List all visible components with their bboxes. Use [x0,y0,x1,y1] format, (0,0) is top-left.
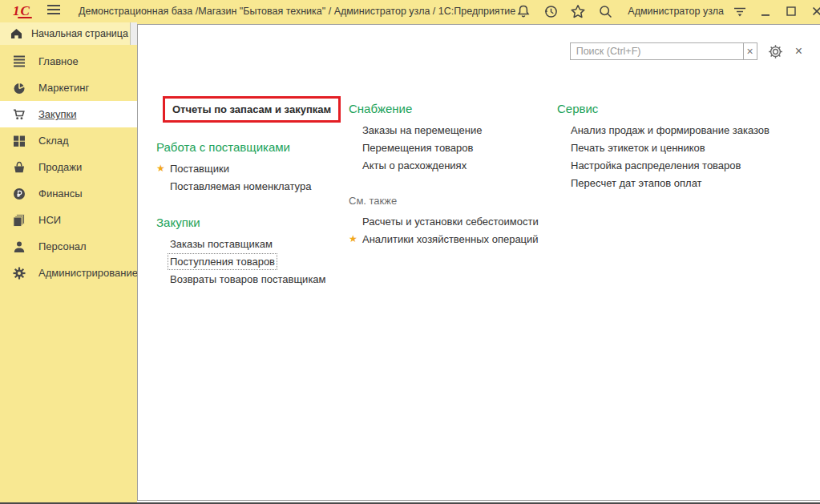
home-icon [10,28,22,39]
link-pechat-etiketok-i-tsennikov[interactable]: Печать этикеток и ценников [571,142,705,154]
link-postupleniya-tovarov[interactable]: Поступления товаров [170,256,275,268]
favorite-star-icon: ★ [349,234,357,244]
sidebar-item-label: Администрирование [38,267,138,279]
link-peremeshcheniya-tovarov[interactable]: Перемещения товаров [362,142,473,154]
shopping-cart-icon [13,108,26,121]
minimize-button[interactable] [759,5,772,18]
sidebar-item-sklad[interactable]: Склад [0,127,137,154]
link-analitiki-khozyaystvennykh-operatsiy[interactable]: Аналитики хозяйственных операций [362,233,539,245]
titlebar-right: Администратор узла [515,4,820,19]
1c-logo: 1С [8,3,35,19]
notifications-bell-icon[interactable] [515,4,531,19]
function-item: Заказы на перемещение [349,121,555,139]
sidebar-item-marketing[interactable]: Маркетинг [0,75,137,101]
highlight-annotation-box: Отчеты по запасам и закупкам [163,96,341,123]
section-snabzhenie: Снабжение Заказы на перемещение Перемеще… [349,102,555,174]
sidebar-item-label: НСИ [38,214,61,226]
section-title: Закупки [156,216,347,230]
link-postavlyaemaya-nomenklatura[interactable]: Поставляемая номенклатура [170,180,311,192]
function-item: Заказы поставщикам [156,235,347,252]
sidebar-item-personal[interactable]: Персонал [0,233,137,260]
sidebar-item-prodazhi[interactable]: Продажи [0,154,137,180]
sidebar-item-label: Главное [38,55,79,67]
link-vozvraty-tovarov-postavshchikam[interactable]: Возвраты товаров поставщикам [170,273,326,285]
global-search-icon[interactable] [597,4,613,19]
sidebar-item-label: Закупки [38,108,76,120]
search-box: × [570,42,757,60]
sidebar-item-zakupki[interactable]: Закупки [0,101,137,127]
link-zakazy-postavshchikam[interactable]: Заказы поставщикам [170,238,273,250]
sidebar-item-label: Продажи [38,161,82,173]
favorites-star-icon[interactable] [570,4,586,19]
panel-settings-gear-icon[interactable] [768,44,783,59]
panel-close-icon[interactable]: × [795,45,802,58]
section-title: Сервис [557,102,818,116]
gear-icon [13,267,26,280]
section-title: Работа с поставщиками [156,140,347,155]
link-nastroyka-raspredeleniya-tovarov[interactable]: Настройка распределения товаров [571,159,741,171]
sidebar-item-label: Персонал [38,240,87,252]
connection-performance-icon[interactable] [732,4,748,19]
sidebar-item-label: Маркетинг [38,82,89,94]
link-postavshchiki[interactable]: Поставщики [170,163,229,175]
sidebar-item-nsi[interactable]: НСИ [0,207,137,233]
function-item: Возвраты товаров поставщикам [156,270,347,288]
hamburger-menu-icon [46,4,61,18]
close-window-button[interactable] [810,5,820,18]
sidebar-item-label: Склад [38,135,69,147]
function-item: Пересчет дат этапов оплат [557,174,818,192]
search-clear-button[interactable]: × [743,42,757,60]
section-sm-takzhe: См. также Расчеты и установки себестоимо… [349,195,555,248]
tab-gutter [131,22,137,45]
section-title: См. также [349,195,555,208]
link-akty-o-raskhozhdeniyakh[interactable]: Акты о расхождениях [362,159,467,171]
section-servis: Сервис Анализ продаж и формирование зака… [557,102,818,192]
grid-icon [13,135,26,147]
titlebar: 1С Демонстрационная база /Магазин "Бытов… [0,0,820,22]
stack-icon [13,214,26,227]
sidebar-item-label: Финансы [38,187,83,200]
function-item: Поставляемая номенклатура [156,177,347,195]
app-window: 1С Демонстрационная база /Магазин "Бытов… [0,0,820,504]
maximize-button[interactable] [785,5,798,18]
titlebar-left: 1С Демонстрационная база /Магазин "Бытов… [0,3,515,19]
function-item: Перемещения товаров [349,139,555,156]
section-zakupki: Закупки Заказы поставщикам Поступления т… [156,216,347,288]
link-raschety-i-ustanovki-sebestoimosti[interactable]: Расчеты и установки себестоимости [362,216,539,228]
sidebar-item-administrirovanie[interactable]: Администрирование [0,260,137,286]
functions-column-3: Сервис Анализ продаж и формирование зака… [557,102,818,192]
person-icon [13,240,26,253]
tab-home-label: Начальная страница [31,28,128,39]
function-item: ★ Поставщики [156,159,347,177]
1c-logo-swash [18,17,32,18]
link-zakazy-na-peremeshchenie[interactable]: Заказы на перемещение [362,124,482,136]
function-item: ★ Аналитики хозяйственных операций [349,230,555,248]
functions-column-1: Отчеты по запасам и закупкам Работа с по… [156,96,347,288]
link-otchety-po-zapasam-i-zakupkam[interactable]: Отчеты по запасам и закупкам [172,103,331,115]
current-user-label: Администратор узла [628,6,724,17]
sidebar-item-finansy[interactable]: Финансы [0,180,137,207]
history-icon[interactable] [543,4,559,19]
pie-chart-icon [13,82,26,95]
tab-home-page[interactable]: Начальная страница [0,22,131,45]
function-item: Анализ продаж и формирование заказов [557,121,818,139]
window-title: Демонстрационная база /Магазин "Бытовая … [79,6,515,17]
sidebar-item-glavnoe[interactable]: Главное [0,48,137,75]
menu-lines-icon [13,55,26,67]
tab-bar: Начальная страница [0,22,137,45]
panel-search-area: × × [570,42,802,60]
function-item: Печать этикеток и ценников [557,139,818,156]
link-analiz-prodazh-i-formirovanie-zakazov[interactable]: Анализ продаж и формирование заказов [571,124,770,136]
function-item: Акты о расхождениях [349,156,555,174]
section-title: Снабжение [349,102,555,116]
function-item: Расчеты и установки себестоимости [349,212,555,230]
main-menu-button[interactable] [46,4,61,18]
favorite-star-icon: ★ [156,163,165,173]
function-item: Настройка распределения товаров [557,156,818,174]
search-input[interactable] [570,42,743,60]
section-sidebar: Главное Маркетинг Закупки Склад Продажи [0,45,137,504]
functions-panel: × × Отчеты по запасам и закупкам Работа … [137,24,820,501]
ruble-icon [13,187,26,200]
basket-icon [13,161,26,174]
link-pereschet-dat-etapov-oplat[interactable]: Пересчет дат этапов оплат [571,177,702,189]
